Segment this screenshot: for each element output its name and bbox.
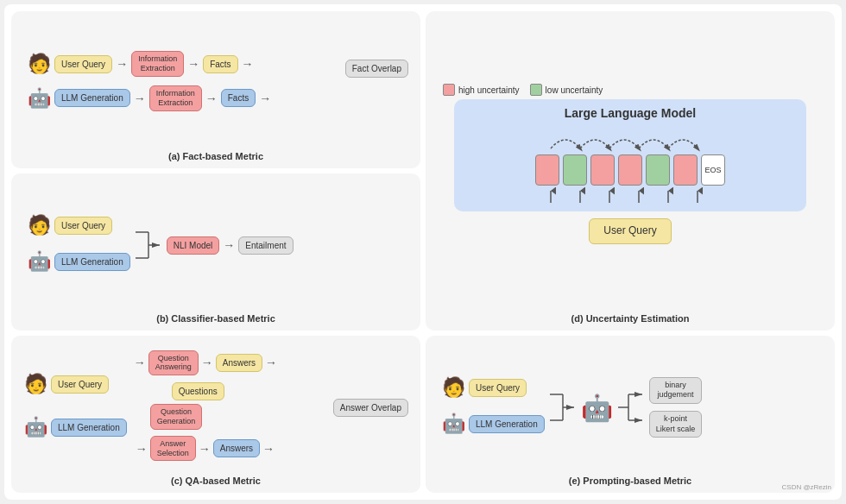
up-arrows-svg — [535, 187, 725, 205]
llm-gen-box-e: LLM Generation — [469, 415, 545, 433]
curved-arrows-svg — [535, 127, 725, 153]
qa-box: QuestionAnswering — [148, 350, 199, 376]
tokens-row: EOS — [464, 154, 797, 186]
panel-e-arrows — [550, 386, 576, 429]
token-5 — [646, 154, 670, 186]
panel-e-connector-svg — [550, 386, 576, 429]
legend-low: low uncertainty — [530, 84, 603, 96]
llm-gen-box-c: LLM Generation — [51, 419, 127, 437]
robot-icon-e: 🤖 — [441, 412, 465, 436]
arrow-a1: → — [116, 58, 128, 70]
legend-low-label: low uncertainty — [546, 85, 603, 95]
facts-box-a1: Facts — [203, 55, 237, 73]
panel-b-row1: 🧑 User Query — [27, 213, 130, 237]
legend-low-dot — [530, 84, 542, 96]
panel-e-content: 🧑 User Query 🤖 LLM Generation — [434, 343, 826, 472]
panel-b-label: (b) Classifier-based Metric — [156, 310, 275, 324]
curved-arrows-row — [464, 127, 797, 153]
panel-b-nli: NLI Model → Entailment — [167, 236, 294, 255]
person-icon-b: 🧑 — [27, 213, 51, 237]
panel-b-left: 🧑 User Query 🤖 LLM Generation — [27, 213, 130, 277]
panel-c-robot-row: 🤖 LLM Generation — [23, 415, 127, 439]
token-3 — [590, 154, 615, 186]
panel-c-left: 🧑 User Query 🤖 LLM Generation — [23, 372, 127, 443]
panel-e-flow: 🧑 User Query 🤖 LLM Generation — [434, 372, 826, 443]
panel-e-robot-row: 🤖 LLM Generation — [441, 412, 545, 436]
panel-c-label: (c) QA-based Metric — [171, 472, 261, 486]
robot-icon-c: 🤖 — [23, 415, 47, 439]
panel-d-query-box: User Query — [589, 218, 671, 244]
facts-box-a2: Facts — [221, 89, 256, 107]
panel-b-arrows — [136, 224, 161, 267]
fact-overlap-box: Fact Overlap — [345, 60, 408, 78]
questions-container: Questions — [172, 382, 224, 400]
info-extract-box-a1: InformationExtraction — [131, 51, 184, 77]
panel-c-content: 🧑 User Query 🤖 LLM Generation → Question… — [20, 343, 412, 472]
panel-e-outputs: binaryjudgement k-pointLikert scale — [649, 377, 703, 438]
panel-c-ans-row: → AnswerSelection → Answers → — [136, 436, 275, 462]
user-query-box-a: User Query — [54, 55, 112, 73]
fact-overlap-container: Fact Overlap — [345, 60, 408, 78]
panel-c-person-row: 🧑 User Query — [23, 372, 127, 396]
entailment-box: Entailment — [238, 236, 293, 255]
panel-c-middle: → QuestionAnswering → Answers → Question… — [134, 350, 330, 465]
panel-c-bottom: → QuestionGeneration → AnswerSelection →… — [136, 404, 275, 464]
panel-a: 🧑 User Query → InformationExtraction → F… — [11, 11, 420, 168]
panel-a-label: (a) Fact-based Metric — [168, 148, 263, 161]
main-container: 🧑 User Query → InformationExtraction → F… — [4, 4, 842, 500]
panel-e-output-arrows — [618, 386, 644, 429]
user-query-box-c: User Query — [51, 375, 109, 394]
arrow-a5: → — [205, 92, 218, 104]
arrow-c2: → — [201, 356, 213, 369]
arrow-a6: → — [259, 92, 271, 104]
arrow-a3: → — [242, 58, 254, 70]
likert-scale-box: k-pointLikert scale — [649, 411, 703, 438]
person-icon-c: 🧑 — [23, 372, 47, 396]
panel-a-row2: 🤖 LLM Generation → InformationExtraction… — [27, 85, 405, 111]
user-query-box-b: User Query — [54, 217, 112, 235]
panel-d-content: high uncertainty low uncertainty Large L… — [434, 18, 826, 310]
legend-high: high uncertainty — [443, 84, 520, 96]
llm-model-box: Large Language Model — [454, 99, 807, 211]
arrow-a4: → — [134, 92, 146, 104]
answer-overlap-container: Answer Overlap — [333, 399, 408, 417]
qgen-box: QuestionGeneration — [150, 404, 203, 430]
arrow-c1: → — [134, 356, 146, 369]
answer-overlap-box: Answer Overlap — [333, 399, 408, 417]
token-2 — [563, 154, 587, 186]
arrow-b1: → — [223, 239, 235, 251]
binary-judgement-box: binaryjudgement — [649, 377, 703, 404]
panel-e: 🧑 User Query 🤖 LLM Generation — [426, 336, 835, 493]
panel-c: 🧑 User Query 🤖 LLM Generation → Question… — [11, 336, 420, 493]
token-4 — [618, 154, 642, 186]
panel-e-label: (e) Prompting-based Metric — [569, 472, 691, 486]
questions-box: Questions — [172, 382, 224, 400]
llm-judge-icon-e: 🤖 — [581, 393, 613, 423]
robot-icon-a2: 🤖 — [27, 86, 51, 110]
arrow-c4: → — [136, 443, 148, 455]
panel-b-row2: 🤖 LLM Generation — [27, 249, 130, 274]
arrow-c3: → — [265, 356, 277, 369]
info-extract-box-a2: InformationExtraction — [149, 85, 202, 111]
llm-gen-box-b: LLM Generation — [54, 253, 130, 271]
panel-b-content: 🧑 User Query 🤖 LLM Generation — [20, 180, 412, 310]
arrow-c6: → — [262, 443, 275, 455]
ans-select-box: AnswerSelection — [150, 436, 196, 462]
arrow-c5: → — [199, 443, 211, 455]
panel-e-person-row: 🧑 User Query — [441, 375, 545, 400]
panel-a-content: 🧑 User Query → InformationExtraction → F… — [20, 18, 412, 148]
legend-high-label: high uncertainty — [458, 85, 520, 95]
up-arrows-row — [464, 187, 797, 205]
llm-gen-box-a: LLM Generation — [54, 89, 130, 107]
panel-c-top-row: → QuestionAnswering → Answers → — [134, 350, 277, 376]
person-icon-e: 🧑 — [441, 375, 465, 400]
token-6 — [673, 154, 698, 186]
llm-title: Large Language Model — [464, 106, 797, 120]
panel-d: high uncertainty low uncertainty Large L… — [426, 11, 835, 331]
panel-b-connector-svg — [136, 224, 161, 267]
nli-model-box: NLI Model — [167, 236, 220, 255]
panel-d-label: (d) Uncertainty Estimation — [571, 310, 690, 324]
user-query-box-e: User Query — [469, 379, 527, 397]
panel-d-query-container: User Query — [589, 218, 671, 244]
arrow-a2: → — [187, 58, 199, 70]
